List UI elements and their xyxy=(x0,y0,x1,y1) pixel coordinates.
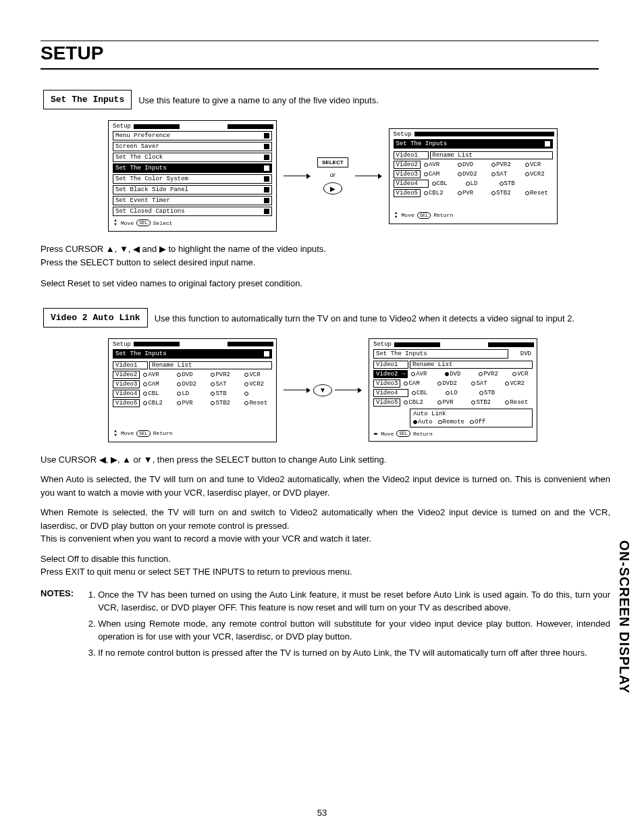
arrow-right-icon xyxy=(284,174,311,179)
menu-subtitle: Set The Inputs xyxy=(115,350,167,357)
updown-icon xyxy=(113,219,118,227)
select-button-label: SELECT xyxy=(317,157,348,167)
input-row: Video4CBLLDSTB xyxy=(109,389,276,398)
set-inputs-menu-after: Setup Set The Inputs DVD Video1Rename Li… xyxy=(369,338,537,442)
notes-block: NOTES: Once the TV has been turned on us… xyxy=(41,588,610,662)
sel-pill: SEL xyxy=(417,212,431,219)
menu-item: Set The Inputs xyxy=(113,163,272,173)
input-row: Video4CBLLDSTB xyxy=(369,388,537,398)
input-row: Video3CAMDVD2SATVCR2 xyxy=(109,380,276,389)
note-item: Once the TV has been turned on using the… xyxy=(98,588,610,615)
notes-label: NOTES: xyxy=(41,588,74,662)
instruction-text: Use CURSOR ◀, ▶, ▲ or ▼, then press the … xyxy=(41,453,610,467)
set-the-inputs-heading: Set The Inputs xyxy=(43,90,132,109)
instruction-text: When Auto is selected, the TV will turn … xyxy=(41,473,610,499)
menu-item: Set The Clock xyxy=(113,153,272,162)
menu-item: Set Black Side Panel xyxy=(113,185,272,194)
input-row: Video1Rename List xyxy=(109,361,276,370)
menu-title: Setup xyxy=(113,341,131,348)
footer-move: Move xyxy=(121,430,134,436)
menu-subtitle: Set The Inputs xyxy=(396,140,448,147)
leftright-icon: ◀▶ xyxy=(373,431,378,436)
set-inputs-menu: Setup Set The Inputs Video1Rename ListVi… xyxy=(389,128,558,224)
sel-pill: SEL xyxy=(136,219,151,226)
input-row: Video1Rename List xyxy=(390,151,557,160)
input-row: Video5CBL2PVRSTB2Reset xyxy=(390,188,557,198)
input-row: Video2AVRDVDPVR2VCR xyxy=(109,370,276,380)
or-text: or xyxy=(330,172,336,178)
note-item: When using Remote mode, any remote contr… xyxy=(98,617,610,644)
input-row: Video2AVRDVDPVR2VCR xyxy=(390,160,557,170)
input-row: Video1Rename List xyxy=(369,360,537,369)
set-inputs-menu-before: Setup Set The Inputs Video1Rename ListVi… xyxy=(108,338,277,442)
video2-autolink-heading: Video 2 Auto Link xyxy=(43,308,148,328)
footer-action: Return xyxy=(153,430,173,436)
footer-move: Move xyxy=(121,220,134,226)
footer-action: Return xyxy=(413,431,433,437)
menu-title: Setup xyxy=(113,123,131,130)
instruction-text: Select Reset to set video names to origi… xyxy=(41,277,610,290)
updown-icon xyxy=(394,211,399,219)
instruction-text: When Remote is selected, the TV will tur… xyxy=(41,506,610,546)
menu-item: Screen Saver xyxy=(113,142,272,151)
page-title: SETUP xyxy=(41,41,599,70)
footer-action: Return xyxy=(433,212,453,218)
arrow-right-icon xyxy=(284,388,311,393)
page-number: 53 xyxy=(0,808,644,818)
auto-link-title: Auto Link xyxy=(413,411,529,417)
auto-link-option: Remote xyxy=(438,419,464,425)
side-tab-label: ON-SCREEN DISPLAY xyxy=(616,540,632,694)
footer-action: Select xyxy=(153,220,173,226)
instruction-text: Select Off to disable this function.Pres… xyxy=(41,552,610,579)
arrow-right-icon xyxy=(335,388,362,393)
auto-link-option: Off xyxy=(470,419,485,425)
input-row: Video4CBLLDSTB xyxy=(390,179,557,188)
updown-icon xyxy=(113,429,118,438)
auto-link-block: Auto Link AutoRemoteOff xyxy=(410,409,533,427)
footer-move: Move xyxy=(402,212,414,218)
menu-title: Setup xyxy=(373,341,392,348)
instruction-text: Press CURSOR ▲, ▼, ◀ and ▶ to highlight … xyxy=(41,242,610,269)
footer-move: Move xyxy=(381,431,394,437)
menu-item: Set Closed Captions xyxy=(113,207,272,216)
input-row: Video2 →AVRDVDPVR2VCR xyxy=(369,369,537,379)
auto-link-option: Auto xyxy=(413,419,433,425)
set-the-inputs-desc: Use this feature to give a name to any o… xyxy=(138,90,379,107)
sel-pill: SEL xyxy=(136,430,151,437)
play-oval-icon: ▶ xyxy=(323,182,342,194)
input-row: Video5CBL2PVRSTB2Reset xyxy=(369,398,537,407)
arrow-right-icon xyxy=(355,174,382,179)
input-row: Video3CAMDVD2SATVCR2 xyxy=(390,170,557,179)
menu-item: Set The Color System xyxy=(113,174,272,184)
down-oval-icon: ▼ xyxy=(313,384,332,396)
menu-subtitle: Set The Inputs xyxy=(376,350,427,357)
note-item: If no remote control button is pressed a… xyxy=(98,646,610,660)
menu-item: Set Event Timer xyxy=(113,196,272,205)
input-row: Video3CAMDVD2SATVCR2 xyxy=(369,379,537,388)
menu-title: Setup xyxy=(394,131,412,138)
setup-menu-list: Setup Menu PreferenceScreen SaverSet The… xyxy=(108,120,277,232)
video2-autolink-desc: Use this function to automatically turn … xyxy=(155,308,574,325)
sel-pill: SEL xyxy=(396,430,410,437)
dvd-label: DVD xyxy=(510,350,537,357)
menu-item: Menu Preference xyxy=(113,131,272,140)
input-row: Video5CBL2PVRSTB2Reset xyxy=(109,398,276,408)
